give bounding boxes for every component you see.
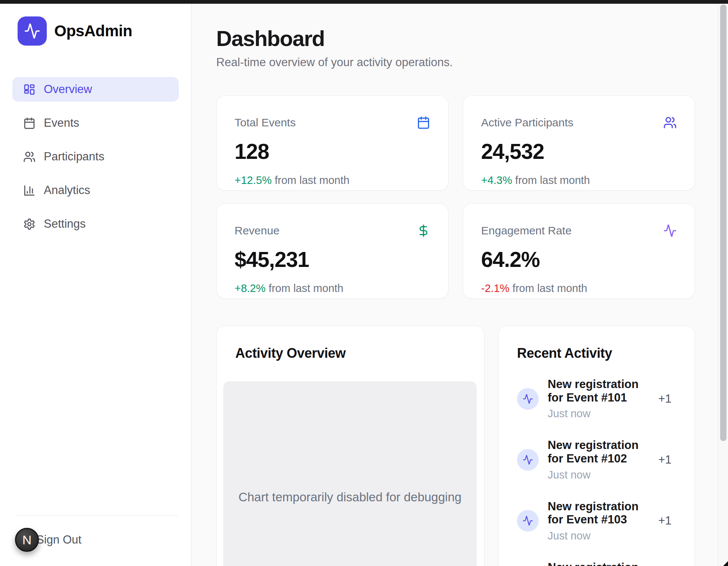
top-black-bar bbox=[0, 0, 728, 4]
activity-item-title: New registration for Event #104 bbox=[548, 561, 649, 566]
sidebar-footer: N Sign Out bbox=[15, 515, 178, 566]
activity-item-badge: +1 bbox=[658, 392, 676, 406]
users-icon bbox=[663, 116, 677, 129]
dollar-icon bbox=[417, 224, 430, 237]
activity-list-item: New registration for Event #102 Just now… bbox=[517, 439, 676, 481]
activity-list-item: New registration for Event #103 Just now… bbox=[517, 500, 676, 542]
activity-icon bbox=[517, 449, 539, 471]
activity-item-title: New registration for Event #102 bbox=[548, 439, 649, 465]
sidebar-item-analytics[interactable]: Analytics bbox=[12, 178, 179, 203]
activity-item-time: Just now bbox=[548, 407, 649, 420]
stat-delta-percent: -2.1% bbox=[481, 282, 510, 294]
sidebar-item-participants[interactable]: Participants bbox=[12, 144, 179, 169]
activity-item-time: Just now bbox=[548, 530, 649, 542]
users-icon bbox=[23, 151, 36, 163]
sign-out-button[interactable]: Sign Out bbox=[36, 533, 82, 547]
stat-delta-percent: +12.5% bbox=[235, 174, 272, 186]
page-title: Dashboard bbox=[216, 28, 695, 49]
app-window: OpsAdmin Overview Events Participants An… bbox=[0, 0, 728, 566]
activity-item-badge: +1 bbox=[658, 514, 676, 527]
stat-delta-percent: +8.2% bbox=[235, 282, 266, 294]
stat-card: Engagement Rate 64.2% -2.1% from last mo… bbox=[463, 203, 695, 299]
stat-card: Revenue $45,231 +8.2% from last month bbox=[216, 203, 449, 299]
bottom-grid: Activity Overview Chart temporarily disa… bbox=[216, 326, 695, 566]
stat-value: 24,532 bbox=[481, 139, 677, 164]
stat-delta-percent: +4.3% bbox=[481, 174, 512, 186]
page-subtitle: Real-time overview of your activity oper… bbox=[216, 56, 695, 69]
brand-name: OpsAdmin bbox=[54, 22, 132, 40]
activity-item-badge: +1 bbox=[658, 453, 676, 467]
gear-icon bbox=[23, 218, 36, 230]
sidebar-item-overview[interactable]: Overview bbox=[12, 77, 179, 102]
sidebar-nav: Overview Events Participants Analytics S… bbox=[0, 77, 191, 236]
activity-overview-title: Activity Overview bbox=[235, 345, 465, 361]
bar-chart-icon bbox=[23, 184, 36, 197]
vertical-scrollbar-track bbox=[718, 4, 728, 566]
user-avatar[interactable]: N bbox=[15, 528, 39, 552]
recent-activity-title: Recent Activity bbox=[517, 345, 676, 361]
sidebar: OpsAdmin Overview Events Participants An… bbox=[0, 4, 192, 566]
activity-overview-panel: Activity Overview Chart temporarily disa… bbox=[216, 326, 484, 566]
window-resize-grip bbox=[723, 561, 728, 566]
main-content: Dashboard Real-time overview of your act… bbox=[192, 4, 728, 566]
stats-grid: Total Events 128 +12.5% from last month … bbox=[216, 95, 695, 299]
activity-item-time: Just now bbox=[548, 469, 649, 481]
stat-label: Revenue bbox=[235, 224, 279, 237]
recent-activity-list: New registration for Event #101 Just now… bbox=[517, 378, 676, 566]
stat-value: 128 bbox=[235, 139, 430, 164]
chart-placeholder: Chart temporarily disabled for debugging bbox=[223, 381, 477, 566]
stat-card: Total Events 128 +12.5% from last month bbox=[216, 95, 449, 191]
sidebar-item-events[interactable]: Events bbox=[12, 111, 179, 135]
activity-item-title: New registration for Event #101 bbox=[548, 378, 649, 404]
activity-icon bbox=[663, 224, 677, 237]
activity-icon bbox=[517, 510, 539, 532]
calendar-icon bbox=[417, 116, 430, 129]
recent-activity-panel: Recent Activity New registration for Eve… bbox=[498, 326, 695, 566]
stat-card: Active Participants 24,532 +4.3% from la… bbox=[463, 95, 695, 191]
stat-delta: +4.3% from last month bbox=[481, 174, 677, 187]
stat-label: Total Events bbox=[235, 116, 296, 129]
calendar-icon bbox=[23, 117, 36, 129]
stat-delta: +8.2% from last month bbox=[235, 282, 430, 295]
layout-dashboard-icon bbox=[23, 83, 36, 96]
sidebar-item-settings[interactable]: Settings bbox=[12, 212, 179, 236]
stat-delta: -2.1% from last month bbox=[481, 282, 677, 295]
activity-list-item: New registration for Event #104 Just now… bbox=[517, 561, 676, 566]
stat-delta: +12.5% from last month bbox=[235, 174, 430, 187]
stat-label: Active Participants bbox=[481, 116, 573, 129]
activity-list-item: New registration for Event #101 Just now… bbox=[517, 378, 676, 420]
activity-icon bbox=[517, 388, 539, 410]
activity-item-title: New registration for Event #103 bbox=[548, 500, 649, 526]
stat-value: $45,231 bbox=[235, 247, 430, 272]
vertical-scrollbar-thumb[interactable] bbox=[720, 4, 727, 441]
brand: OpsAdmin bbox=[0, 4, 191, 46]
stat-value: 64.2% bbox=[481, 247, 677, 272]
stat-label: Engagement Rate bbox=[481, 224, 572, 237]
activity-icon bbox=[18, 16, 47, 46]
